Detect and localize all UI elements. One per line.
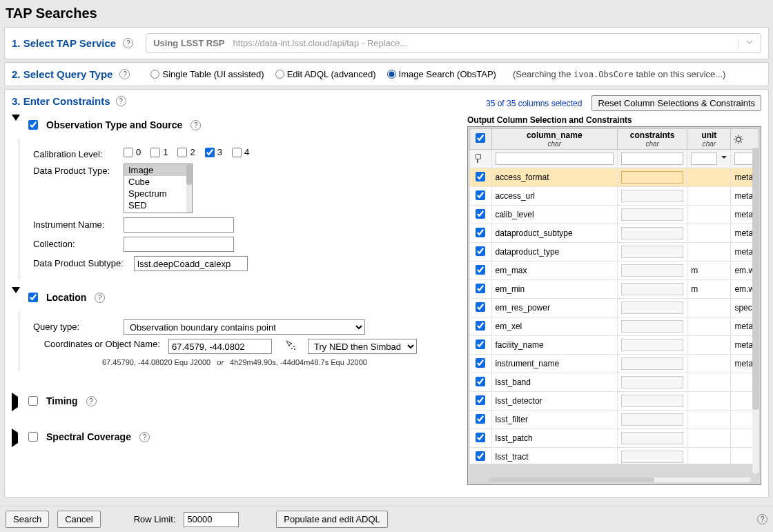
row-checkbox[interactable] [476,433,485,442]
row-checkbox[interactable] [476,358,485,368]
section-checkbox[interactable] [28,293,38,302]
calib-level-2[interactable]: 2 [177,147,195,157]
column-header-constraints[interactable]: constraints char [617,129,687,150]
radio-input[interactable] [150,70,159,79]
name-resolver-select[interactable]: Try NED then Simbad [308,339,417,354]
chevron-down-icon[interactable] [721,153,727,163]
row-checkbox[interactable] [476,321,485,331]
radio-input[interactable] [387,70,396,79]
chevron-down-icon[interactable] [738,38,754,48]
section-checkbox[interactable] [28,396,38,406]
row-checkbox[interactable] [476,377,485,386]
list-option[interactable]: Cube [124,176,192,188]
row-checkbox[interactable] [476,451,485,461]
constraints-input[interactable] [621,264,683,277]
cancel-button[interactable]: Cancel [57,511,100,528]
gear-icon[interactable] [731,129,759,150]
constraints-input[interactable] [621,376,683,388]
row-checkbox[interactable] [476,284,485,293]
constraints-input[interactable] [621,432,683,444]
calib-level-4[interactable]: 4 [232,147,249,157]
calib-checkbox[interactable] [150,148,160,157]
table-row[interactable]: facility_namemeta. [470,336,759,355]
h-scrollbar-thumb[interactable] [489,477,654,482]
table-row[interactable]: em_res_powerspect. [470,299,759,317]
row-limit-input[interactable] [184,512,239,527]
list-option[interactable]: Spectrum [124,188,192,199]
column-header-unit[interactable]: unit char [687,129,731,150]
disclosure-icon[interactable] [12,397,20,405]
scrollbar-thumb[interactable] [752,148,759,410]
table-row[interactable]: em_xelmeta. [470,317,759,336]
subtype-input[interactable] [134,256,248,271]
constraints-input[interactable] [621,357,683,370]
table-row[interactable]: dataproduct_typemeta. [470,243,759,262]
disclosure-icon[interactable] [12,293,20,302]
table-row[interactable]: lsst_patch [470,429,759,448]
list-option[interactable]: SED [124,199,192,211]
coords-input[interactable] [168,339,272,354]
constraints-input[interactable] [621,302,683,314]
filter-name-input[interactable] [496,152,614,165]
disclosure-icon[interactable] [12,433,20,441]
calib-checkbox[interactable] [205,148,215,157]
calib-level-3[interactable]: 3 [205,147,222,157]
constraints-input[interactable] [621,451,683,463]
row-checkbox[interactable] [476,246,485,256]
table-row[interactable]: calib_levelmeta. [470,206,759,224]
target-picker-icon[interactable] [284,339,297,351]
radio-single-table[interactable]: Single Table (UI assisted) [150,69,264,79]
constraints-input[interactable] [621,395,683,407]
constraints-input[interactable] [621,413,683,426]
tap-service-select[interactable]: Using LSST RSP https://data-int.lsst.clo… [146,33,761,53]
constraints-input[interactable] [621,246,683,258]
help-icon[interactable]: ? [116,96,126,106]
section-checkbox[interactable] [28,432,38,442]
table-row[interactable]: em_maxmem.wl [470,262,759,280]
data-product-type-list[interactable]: ImageCubeSpectrumSED [124,164,193,213]
constraints-input[interactable] [621,208,683,221]
table-row[interactable]: lsst_filter [470,411,759,429]
help-icon[interactable]: ? [95,293,105,303]
radio-input[interactable] [275,70,284,79]
calib-checkbox[interactable] [124,148,133,157]
populate-adql-button[interactable]: Populate and edit ADQL [276,511,388,528]
constraints-input[interactable] [621,283,683,295]
calib-level-0[interactable]: 0 [124,147,141,157]
constraints-input[interactable] [621,190,683,202]
radio-image-search[interactable]: Image Search (ObsTAP) [387,69,496,79]
table-row[interactable]: lsst_tract [470,448,759,464]
table-row[interactable]: lsst_detector [470,392,759,411]
table-row[interactable]: access_urlmeta. [470,187,759,206]
table-row[interactable]: em_minmem.wl [470,280,759,299]
row-checkbox[interactable] [476,228,485,237]
row-checkbox[interactable] [476,265,485,275]
help-icon[interactable]: ? [86,396,97,406]
row-checkbox[interactable] [476,302,485,312]
column-header-name[interactable]: column_name char [491,129,617,150]
row-checkbox[interactable] [476,209,485,219]
help-icon[interactable]: ? [123,38,133,48]
disclosure-icon[interactable] [12,121,20,129]
filter-unit-input[interactable] [691,152,717,165]
constraints-input[interactable] [621,171,683,184]
calib-checkbox[interactable] [232,148,242,157]
constraints-input[interactable] [621,227,683,239]
calib-checkbox[interactable] [177,148,187,157]
row-checkbox[interactable] [476,339,485,349]
row-checkbox[interactable] [476,190,485,200]
help-icon[interactable]: ? [190,120,201,130]
table-row[interactable]: access_formatmeta. [470,168,759,187]
help-icon[interactable]: ? [119,69,130,79]
constraints-input[interactable] [621,320,683,333]
row-checkbox[interactable] [476,414,485,424]
table-row[interactable]: instrument_namemeta. [470,355,759,373]
row-checkbox[interactable] [476,395,485,405]
help-icon[interactable]: ? [757,514,767,524]
help-icon[interactable]: ? [139,432,150,442]
select-all-checkbox[interactable] [476,133,485,143]
instrument-input[interactable] [124,217,234,233]
collection-input[interactable] [124,237,234,252]
pin-icon[interactable] [470,150,492,168]
radio-edit-adql[interactable]: Edit ADQL (advanced) [275,69,376,79]
